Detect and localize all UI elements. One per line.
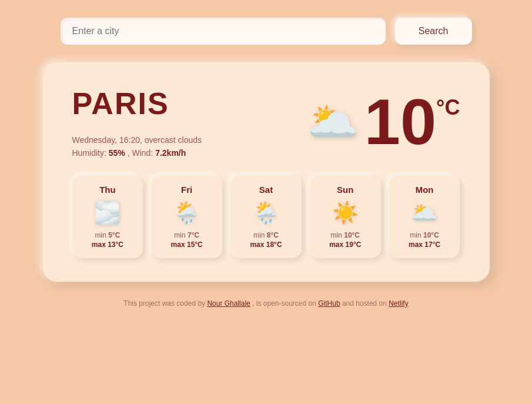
forecast-day: Sat [259, 185, 273, 195]
footer: This project was coded by Nour Ghallale … [123, 299, 408, 308]
forecast-row: Thu 🌫️ min 5°C max 13°C Fri 🌦️ min 7°C m… [72, 175, 460, 258]
forecast-min: min 8°C [253, 231, 279, 239]
forecast-day: Fri [181, 185, 192, 195]
forecast-day: Mon [416, 185, 434, 195]
forecast-card: Mon 🌥️ min 10°C max 17°C [389, 175, 460, 258]
forecast-temps: min 8°C max 18°C [250, 231, 282, 249]
humidity-wind: Humidity: 55% , Wind: 7.2km/h [72, 148, 307, 158]
forecast-temps: min 10°C max 17°C [409, 231, 440, 249]
forecast-icon: 🌫️ [94, 201, 121, 225]
temperature-unit: °C [436, 95, 460, 120]
wind-label: Wind: [132, 148, 153, 158]
forecast-min: min 5°C [95, 231, 120, 239]
forecast-max: max 17°C [409, 241, 440, 249]
footer-text-after: and hosted on [340, 299, 389, 308]
main-weather-icon: 🌥️ [307, 98, 359, 146]
footer-author-link[interactable]: Nour Ghallale [207, 299, 250, 308]
main-info: PARIS Wednesday, 16:20, overcast clouds … [72, 86, 460, 158]
forecast-icon: 🌦️ [173, 201, 200, 225]
search-button[interactable]: Search [395, 18, 472, 45]
forecast-max: max 13°C [92, 241, 123, 249]
forecast-max: max 15°C [171, 241, 203, 249]
forecast-card: Sat 🌦️ min 8°C max 18°C [230, 175, 302, 258]
humidity-value: 55% [109, 148, 125, 158]
forecast-max: max 18°C [250, 241, 282, 249]
temperature-value: 10 [364, 89, 436, 154]
city-name: PARIS [72, 86, 307, 121]
right-info: 🌥️ 10 °C [307, 89, 460, 154]
city-input[interactable] [61, 18, 386, 45]
forecast-min: min 7°C [174, 231, 199, 239]
forecast-icon: ☀️ [332, 201, 359, 225]
forecast-temps: min 5°C max 13°C [92, 231, 123, 249]
forecast-card: Thu 🌫️ min 5°C max 13°C [72, 175, 143, 258]
date-time: Wednesday, 16:20, overcast clouds [72, 135, 307, 145]
wind-value: 7.2km/h [155, 148, 186, 158]
forecast-min: min 10°C [331, 231, 360, 239]
footer-github-link[interactable]: GitHub [318, 299, 340, 308]
forecast-temps: min 10°C max 19°C [329, 231, 361, 249]
forecast-temps: min 7°C max 15°C [171, 231, 203, 249]
humidity-label: Humidity: [72, 148, 106, 158]
footer-netlify-link[interactable]: Netlify [389, 299, 408, 308]
forecast-icon: 🌦️ [253, 201, 279, 225]
forecast-card: Sun ☀️ min 10°C max 19°C [310, 175, 381, 258]
footer-text-before: This project was coded by [123, 299, 207, 308]
left-info: PARIS Wednesday, 16:20, overcast clouds … [72, 86, 307, 158]
forecast-icon: 🌥️ [411, 201, 438, 225]
forecast-max: max 19°C [329, 241, 361, 249]
forecast-day: Sun [337, 185, 353, 195]
top-bar: Search [61, 18, 472, 45]
forecast-day: Thu [99, 185, 116, 195]
footer-text-middle: , is open-sourced on [250, 299, 318, 308]
weather-card: PARIS Wednesday, 16:20, overcast clouds … [43, 62, 490, 282]
forecast-min: min 10°C [410, 231, 439, 239]
temperature-display: 10 °C [364, 89, 460, 154]
forecast-card: Fri 🌦️ min 7°C max 15°C [151, 175, 222, 258]
